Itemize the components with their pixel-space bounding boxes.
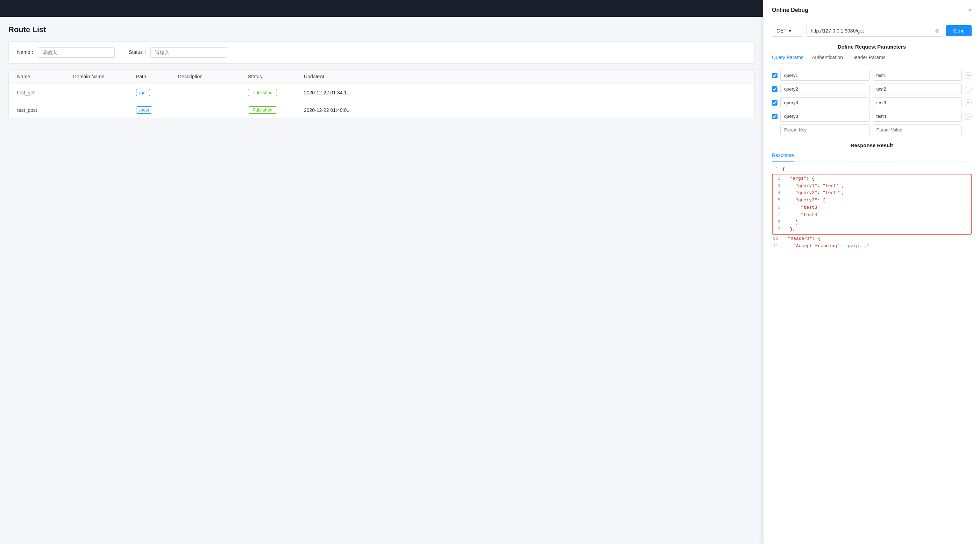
cell-updateat: 2020-12-22 01:40:0...: [304, 107, 746, 113]
remove-param-button[interactable]: −: [965, 99, 972, 106]
page-content: Route List Name： Status： Name Domain Nam…: [0, 17, 763, 544]
cell-status: Published: [248, 106, 304, 114]
status-badge: Published: [248, 106, 277, 114]
page-title: Route List: [8, 25, 755, 34]
status-label: Status：: [129, 49, 148, 56]
cell-name: test_get: [17, 90, 73, 95]
method-label: GET: [776, 28, 787, 33]
code-line: 9 },: [774, 226, 969, 233]
table-header: Name Domain Name Path Description Status…: [9, 70, 754, 84]
params-tabs: Query Params Authentication Header Param…: [772, 54, 972, 64]
param-key-placeholder[interactable]: [780, 124, 870, 135]
param-value-placeholder[interactable]: [873, 124, 962, 135]
debug-header: Online Debug ×: [764, 0, 980, 19]
param-key-input[interactable]: [780, 97, 870, 108]
param-checkbox[interactable]: [772, 73, 778, 78]
cell-updateat: 2020-12-22 01:34:1...: [304, 90, 746, 95]
param-checkbox[interactable]: [772, 114, 778, 119]
param-key-input[interactable]: [780, 84, 870, 94]
define-params-title: Define Request Parameters: [772, 44, 972, 50]
cell-status: Published: [248, 89, 304, 96]
filter-bar: Name： Status：: [8, 41, 755, 64]
response-highlighted-block: 2 "args": { 3 "query1": "test1", 4 "quer…: [772, 174, 972, 235]
col-domain: Domain Name: [73, 74, 136, 80]
top-bar: [0, 0, 763, 17]
url-input[interactable]: [807, 25, 931, 37]
tab-query-params[interactable]: Query Params: [772, 54, 803, 64]
path-badge: /get: [136, 89, 150, 96]
param-checkbox[interactable]: [772, 86, 778, 92]
online-debug-panel: Online Debug × GET ▾ ⊗ Send Define Reque…: [763, 0, 980, 544]
code-line: 7 "test4": [774, 212, 969, 219]
col-updateat: UpdateAt: [304, 74, 746, 80]
chevron-down-icon: ▾: [789, 28, 791, 33]
param-row-empty: [772, 124, 972, 135]
route-table: Name Domain Name Path Description Status…: [8, 69, 755, 119]
param-value-input[interactable]: [873, 111, 962, 122]
cell-path: /get: [136, 89, 178, 96]
code-line: 11 "Accept-Encoding": "gzip...": [772, 243, 972, 250]
response-section: Response Result Response 1 { 2 "args": {…: [772, 142, 972, 250]
close-button[interactable]: ×: [968, 7, 972, 13]
table-row: test_post /post Published 2020-12-22 01:…: [9, 102, 754, 119]
param-row: −: [772, 84, 972, 94]
response-result-title: Response Result: [772, 142, 972, 148]
param-value-input[interactable]: [873, 70, 962, 81]
status-filter: Status：: [129, 47, 228, 58]
params-section: − − − −: [772, 70, 972, 135]
remove-param-button[interactable]: −: [965, 113, 972, 120]
code-line: 8 ]: [774, 219, 969, 226]
code-line: 4 "query2": "test2",: [774, 189, 969, 197]
remove-param-button[interactable]: −: [965, 86, 972, 93]
code-line: 1 {: [772, 166, 972, 173]
code-line: 3 "query1": "test1",: [774, 183, 969, 190]
param-checkbox[interactable]: [772, 100, 778, 106]
url-bar: GET ▾ ⊗ Send: [772, 25, 972, 37]
path-badge: /post: [136, 106, 152, 114]
tab-authentication[interactable]: Authentication: [812, 54, 843, 64]
method-select[interactable]: GET ▾: [772, 25, 803, 37]
param-key-input[interactable]: [780, 70, 870, 81]
remove-param-button[interactable]: −: [965, 72, 972, 79]
table-row: test_get /get Published 2020-12-22 01:34…: [9, 84, 754, 102]
tab-response[interactable]: Response: [772, 153, 794, 162]
response-tabs: Response: [772, 153, 972, 162]
param-key-input[interactable]: [780, 111, 870, 122]
left-panel: Route List Name： Status： Name Domain Nam…: [0, 0, 763, 544]
cell-name: test_post: [17, 107, 73, 113]
param-value-input[interactable]: [873, 97, 962, 108]
col-path: Path: [136, 74, 178, 80]
param-row: −: [772, 111, 972, 122]
param-row: −: [772, 97, 972, 108]
response-code-block: 1 { 2 "args": { 3 "query1": "test1", 4: [772, 166, 972, 250]
status-badge: Published: [248, 89, 277, 96]
col-name: Name: [17, 74, 73, 80]
name-label: Name：: [17, 49, 35, 56]
url-input-wrap: ⊗: [806, 25, 943, 37]
debug-body: GET ▾ ⊗ Send Define Request Parameters Q…: [764, 19, 980, 544]
code-line: 2 "args": {: [774, 175, 969, 183]
param-row: −: [772, 70, 972, 81]
clear-url-icon[interactable]: ⊗: [931, 28, 943, 34]
col-status: Status: [248, 74, 304, 80]
col-description: Description: [178, 74, 248, 80]
tab-header-params[interactable]: Header Params: [851, 54, 886, 64]
code-line: 5 "query3": [: [774, 197, 969, 204]
cell-path: /post: [136, 106, 178, 114]
code-line: 10 "headers": {: [772, 235, 972, 243]
name-input[interactable]: [38, 47, 115, 58]
code-line: 6 "test3",: [774, 204, 969, 212]
name-filter: Name：: [17, 47, 115, 58]
debug-title: Online Debug: [772, 7, 808, 13]
status-input[interactable]: [150, 47, 228, 58]
send-button[interactable]: Send: [946, 25, 972, 37]
param-value-input[interactable]: [873, 84, 962, 94]
